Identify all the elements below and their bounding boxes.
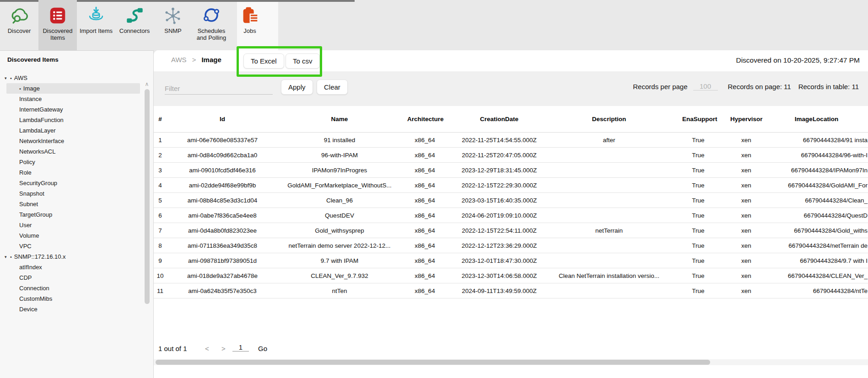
table-cell: xen	[728, 227, 765, 234]
toolbar-button-discovered-items[interactable]: Discovered Items	[38, 0, 77, 50]
table-cell: True	[669, 212, 728, 219]
table-row[interactable]: 8ami-0711836ea349d35c8netTerrain demo se…	[154, 238, 868, 253]
toolbar-button-discover[interactable]: Discover	[0, 0, 38, 50]
records-per-page-input[interactable]	[693, 82, 718, 91]
sidebar-item-lambdafunction[interactable]: LambdaFunction	[0, 115, 143, 125]
table-row[interactable]: 6ami-0abe7f836ca5e4ee8QuestDEVx86_642024…	[154, 208, 868, 223]
table-cell: xen	[728, 257, 765, 264]
column-header-index[interactable]: #	[154, 115, 167, 123]
table-row[interactable]: 1ami-06e7608e085337e5791 installedx86_64…	[154, 133, 868, 148]
previous-page-icon[interactable]: <	[205, 345, 209, 352]
apply-button[interactable]: Apply	[281, 80, 313, 95]
sidebar-item-targetgroup[interactable]: TargetGroup	[0, 209, 143, 220]
table-row[interactable]: 9ami-098781bf97389051d9.7 with IPAMx86_6…	[154, 253, 868, 268]
table-cell: 2022-12-15T22:29:30.000Z	[449, 182, 550, 189]
sidebar-scrollbar-thumb[interactable]	[145, 89, 150, 304]
column-header-id[interactable]: Id	[167, 115, 278, 123]
to-csv-button[interactable]: To csv	[286, 53, 320, 69]
sidebar-item-image[interactable]: •Image	[6, 83, 140, 94]
table-cell: 7	[154, 227, 167, 234]
expand-arrow-icon[interactable]: ▾	[5, 255, 10, 259]
sidebar-item-atifindex[interactable]: atIfIndex	[0, 262, 143, 272]
column-header-creationdate[interactable]: CreationDate	[449, 115, 550, 123]
to-excel-button[interactable]: To Excel	[243, 53, 284, 69]
tree-bullet-icon: •	[10, 254, 12, 260]
column-header-imagelocation[interactable]: ImageLocation	[765, 115, 868, 123]
toolbar-button-jobs[interactable]: Jobs	[231, 0, 269, 50]
sidebar-item-snapshot[interactable]: Snapshot	[0, 188, 143, 199]
table-row[interactable]: 7ami-0d4a8b0fd823023eeGold_withsysprepx8…	[154, 223, 868, 238]
table-cell: True	[669, 197, 728, 204]
table-cell: 2023-12-30T14:06:58.000Z	[449, 272, 550, 279]
sidebar-item-cdp[interactable]: CDP	[0, 272, 143, 283]
column-header-hypervisor[interactable]: Hypervisor	[728, 115, 765, 123]
sidebar-item-volume[interactable]: Volume	[0, 230, 143, 241]
table-cell: GoldAMI_ForMarketplace_WithoutS...	[278, 182, 401, 189]
column-header-architecture[interactable]: Architecture	[401, 115, 449, 123]
table-row[interactable]: 10ami-018de9a327ab4678eCLEAN_Ver_9.7.932…	[154, 268, 868, 283]
table-cell: ami-018de9a327ab4678e	[167, 272, 278, 279]
sidebar-item-vpc[interactable]: VPC	[0, 241, 143, 251]
toolbar-button-schedules-and-polling[interactable]: Schedules and Polling	[192, 0, 231, 50]
table-row[interactable]: 4ami-02dde94f68e99bf9bGoldAMI_ForMarketp…	[154, 178, 868, 193]
toolbar-button-import-items[interactable]: Import Items	[77, 0, 115, 50]
sidebar-item-subnet[interactable]: Subnet	[0, 199, 143, 209]
horizontal-scrollbar-thumb[interactable]	[156, 360, 710, 365]
sidebar-tree: ▾•AWS•ImageInstanceInternetGatewayLambda…	[0, 73, 143, 314]
breadcrumb-root[interactable]: AWS	[171, 56, 187, 64]
table-cell: ami-0a624b35f57e350c3	[167, 287, 278, 294]
table-cell: 96-with-IPAM	[278, 152, 401, 159]
table-cell: xen	[728, 242, 765, 249]
column-header-name[interactable]: Name	[278, 115, 401, 123]
sidebar-item-securitygroup[interactable]: SecurityGroup	[0, 178, 143, 188]
horizontal-scrollbar-track[interactable]	[154, 359, 868, 365]
expand-arrow-icon[interactable]: ▾	[5, 76, 10, 80]
table-cell: True	[669, 257, 728, 264]
toolbar-label: Jobs	[243, 28, 256, 35]
table-cell: x86_64	[401, 257, 449, 264]
table-cell: x86_64	[401, 272, 449, 279]
table-cell: 2022-12-15T22:54:11.000Z	[449, 227, 550, 234]
table-row[interactable]: 3ami-09010fcd5df46e316IPAMon97InProgresx…	[154, 163, 868, 178]
table-cell: 10	[154, 272, 167, 279]
page-number-input[interactable]	[232, 343, 249, 351]
table-cell: x86_64	[401, 137, 449, 144]
toolbar-button-snmp[interactable]: SNMP	[154, 0, 192, 50]
next-page-icon[interactable]: >	[221, 345, 226, 352]
table-row[interactable]: 2ami-0d84c09d662cba1a096-with-IPAMx86_64…	[154, 148, 868, 163]
sidebar-item-networksacl[interactable]: NetworksACL	[0, 146, 143, 157]
sidebar-item-instance[interactable]: Instance	[0, 94, 143, 104]
column-header-description[interactable]: Description	[550, 115, 669, 123]
sidebar-item-custommibs[interactable]: CustomMibs	[0, 293, 143, 304]
sidebar-item-user[interactable]: User	[0, 220, 143, 230]
table-row[interactable]: 5ami-08b84c85e3d3c1d04Clean_96x86_642023…	[154, 193, 868, 208]
column-header-enasupport[interactable]: EnaSupport	[669, 115, 728, 123]
table-cell: Gold_withsysprep	[278, 227, 401, 234]
table-cell: 667904443284/91 insta	[765, 137, 868, 144]
table-cell: netTerrain demo server 2022-12-12...	[278, 242, 401, 249]
sidebar-scroll-up-icon[interactable]: ∧	[143, 81, 151, 87]
sidebar-item-policy[interactable]: Policy	[0, 157, 143, 167]
table-header-row: #IdNameArchitectureCreationDateDescripti…	[154, 106, 868, 133]
table-cell: ami-08b84c85e3d3c1d04	[167, 197, 278, 204]
sidebar-item-snmp-172-16-10-x[interactable]: ▾•SNMP::172.16.10.x	[0, 251, 143, 262]
sidebar: Discovered Items ▾•AWS•ImageInstanceInte…	[0, 50, 154, 378]
sidebar-item-role[interactable]: Role	[0, 167, 143, 178]
go-button[interactable]: Go	[258, 345, 267, 352]
sidebar-item-aws[interactable]: ▾•AWS	[0, 73, 143, 83]
sidebar-item-lambdalayer[interactable]: LambdaLayer	[0, 125, 143, 136]
clear-button[interactable]: Clear	[317, 80, 348, 95]
sidebar-item-connection[interactable]: Connection	[0, 283, 143, 293]
breadcrumb-bar: AWS > Image To Excel To csv Discovered o…	[154, 50, 868, 71]
sidebar-item-device[interactable]: Device	[0, 304, 143, 314]
filter-input[interactable]	[165, 83, 273, 95]
table-row[interactable]: 11ami-0a624b35f57e350c3ntTenx86_642024-0…	[154, 283, 868, 298]
toolbar-button-connectors[interactable]: Connectors	[115, 0, 154, 50]
table-cell: True	[669, 167, 728, 174]
table-cell: x86_64	[401, 212, 449, 219]
records-in-table: Records in table: 11	[798, 83, 859, 91]
table-cell: True	[669, 137, 728, 144]
sidebar-item-networkinterface[interactable]: NetworkInterface	[0, 136, 143, 146]
table-cell: xen	[728, 287, 765, 294]
sidebar-item-internetgateway[interactable]: InternetGateway	[0, 104, 143, 115]
